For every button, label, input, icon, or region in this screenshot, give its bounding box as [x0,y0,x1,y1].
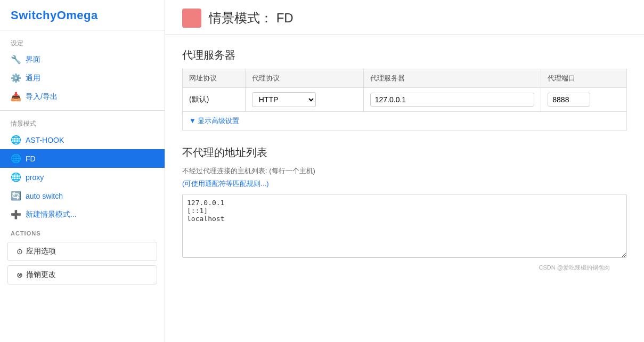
app-brand: SwitchyOmega [0,0,165,30]
sidebar-item-import-export[interactable]: 📥 导入/导出 [0,87,165,106]
cancel-button[interactable]: ⊗ 撤销更改 [7,265,157,284]
gear-icon: ⚙️ [11,73,21,83]
proxy-protocol-select[interactable]: HTTP HTTPS SOCKS4 SOCKS5 [252,92,316,107]
proxy-protocol-cell: HTTP HTTPS SOCKS4 SOCKS5 [245,88,363,112]
proxy-table: 网址协议 代理协议 代理服务器 代理端口 (默认) HTTP HTTPS SOC… [182,69,627,112]
sidebar-item-label: 界面 [26,55,40,64]
col-header-proxy-port: 代理端口 [541,69,627,88]
sidebar-item-add-scenario[interactable]: ➕ 新建情景模式... [0,205,165,224]
table-row: (默认) HTTP HTTPS SOCKS4 SOCKS5 [183,88,627,112]
globe-active-icon: 🌐 [11,153,21,164]
globe-blue-icon: 🌐 [11,172,21,182]
sidebar: SwitchyOmega 设定 🔧 界面 ⚙️ 通用 📥 导入/导出 情景模式 … [0,0,165,342]
wrench-icon: 🔧 [11,54,21,64]
no-proxy-section: 不代理的地址列表 不经过代理连接的主机列表: (每行一个主机) (可使用通配符等… [182,145,627,259]
sidebar-item-label: proxy [26,173,44,182]
proxy-server-cell [363,88,541,112]
sidebar-item-proxy[interactable]: 🌐 proxy [0,168,165,186]
cancel-button-label: 撤销更改 [26,270,56,280]
globe-orange-icon: 🌐 [11,135,21,145]
no-proxy-textarea[interactable]: 127.0.0.1 [::1] localhost [182,194,627,258]
page-header: 情景模式： FD [165,0,644,35]
sidebar-item-general[interactable]: ⚙️ 通用 [0,69,165,87]
sidebar-item-label: 新建情景模式... [26,210,77,219]
cancel-icon: ⊗ [17,271,23,279]
main-content: 情景模式： FD 代理服务器 网址协议 代理协议 代理服务器 代理端口 (默认) [165,0,644,342]
apply-icon: ⊙ [17,247,23,256]
sidebar-item-label: AST-HOOK [26,136,64,144]
show-advanced-toggle[interactable]: ▼ 显示高级设置 [182,112,627,131]
page-title: 情景模式： FD [209,10,294,27]
sidebar-item-label: FD [26,154,36,163]
scenario-icon [182,9,201,28]
no-proxy-link[interactable]: (可使用通配符等匹配规则...) [182,179,627,189]
no-proxy-section-title: 不代理的地址列表 [182,145,627,160]
sidebar-item-label: 通用 [26,74,40,83]
sidebar-item-ast-hook[interactable]: 🌐 AST-HOOK [0,131,165,149]
show-advanced-label: ▼ 显示高级设置 [189,116,239,126]
switch-icon: 🔄 [11,191,21,201]
proxy-section-title: 代理服务器 [182,48,627,62]
col-header-proxy-protocol: 代理协议 [245,69,363,88]
actions-label: ACTIONS [0,224,165,240]
apply-button[interactable]: ⊙ 应用选项 [7,242,157,261]
col-header-url-protocol: 网址协议 [183,69,246,88]
col-header-proxy-server: 代理服务器 [363,69,541,88]
url-protocol-cell: (默认) [183,88,246,112]
proxy-port-cell [541,88,627,112]
sidebar-item-label: auto switch [26,192,63,200]
plus-icon: ➕ [11,209,21,219]
scenarios-section-label: 情景模式 [0,115,165,131]
footer-credit: CSDN @爱吃辣椒的锅包肉 [182,259,627,274]
import-icon: 📥 [11,92,21,102]
sidebar-item-label: 导入/导出 [26,92,58,102]
sidebar-item-interface[interactable]: 🔧 界面 [0,50,165,69]
sidebar-item-auto-switch[interactable]: 🔄 auto switch [0,186,165,205]
no-proxy-description: 不经过代理连接的主机列表: (每行一个主机) [182,166,627,176]
proxy-port-input[interactable] [548,93,590,107]
settings-section-label: 设定 [0,35,165,50]
sidebar-item-fd[interactable]: 🌐 FD [0,149,165,168]
proxy-server-input[interactable] [370,93,535,107]
apply-button-label: 应用选项 [26,247,56,256]
